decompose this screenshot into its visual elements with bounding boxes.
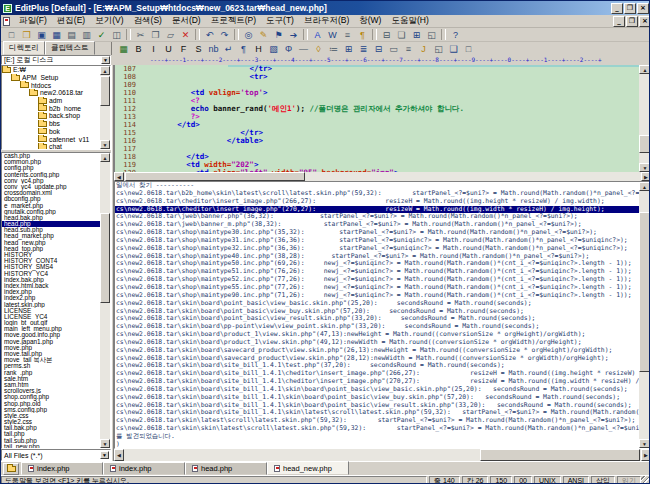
search-result-row[interactable]: cs\new2.0618.tar\shop\maintype31.inc.php… xyxy=(115,237,639,245)
search-result-row[interactable]: cs\new2.0618.tar\shop\maintype52.inc.php… xyxy=(115,276,639,284)
strike-icon[interactable]: S xyxy=(191,43,206,55)
div-icon[interactable]: ❑ xyxy=(446,43,461,55)
open-file-icon[interactable]: ❒ xyxy=(19,29,34,41)
spell-check-icon[interactable]: ✓ xyxy=(94,29,109,41)
editor-line[interactable]: 117 xyxy=(115,145,639,153)
drive-select[interactable]: [E:] 로컬 디스크 ▼ xyxy=(1,55,111,65)
search-result-row[interactable]: cs\new2.0618.tar\shop\maintype32.inc.php… xyxy=(115,245,639,253)
form-icon[interactable]: ◱ xyxy=(431,43,446,55)
comment-icon[interactable]: ◊ xyxy=(311,43,326,55)
editor-hscrollbar[interactable]: ◀ ▶ xyxy=(114,172,650,181)
search-result-row[interactable]: cs\new2.0618.tar\b2b_home\skin\latest\sc… xyxy=(115,190,639,198)
editor-line[interactable]: 118 </td> xyxy=(115,153,639,161)
editor-line[interactable]: 113 ?> xyxy=(115,113,639,121)
search-result-row[interactable]: cs\new2.0618.tar\shop\maintype55.inc.php… xyxy=(115,284,639,292)
search-result-row[interactable]: cs\new2.0618.tar\skin\board\site_bill_1.… xyxy=(115,402,639,410)
context-help-icon[interactable]: ? xyxy=(448,29,463,41)
tree-folder-item[interactable]: new2.0618.tar xyxy=(2,89,100,97)
scroll-right-icon[interactable]: ▶ xyxy=(641,172,650,181)
new-document-icon[interactable]: □ xyxy=(4,29,19,41)
tree-folder-item[interactable]: cafennet_v11 xyxy=(2,135,100,143)
underline-icon[interactable]: U xyxy=(161,43,176,55)
tree-scrollbar[interactable]: ▲ ▼ xyxy=(100,66,110,149)
close-button[interactable]: × xyxy=(637,3,649,14)
search-result-row[interactable]: cs\new2.0618.tar\cheditor\insert_image.p… xyxy=(115,198,639,206)
scroll-up-icon[interactable]: ▲ xyxy=(100,153,110,162)
child-restore-button[interactable]: ❐ xyxy=(626,16,638,27)
table-cell-icon[interactable]: ⊟ xyxy=(371,43,386,55)
tree-folder-item[interactable]: b2b_home xyxy=(2,104,100,112)
hr-icon[interactable]: — xyxy=(296,43,311,55)
goto-line-icon[interactable]: ➔ xyxy=(286,29,301,41)
search-result-row[interactable]: cs\new2.0618.tar\skin\board\site_bill_1.… xyxy=(115,409,639,417)
tree-folder-item[interactable]: bok xyxy=(2,128,100,136)
word-wrap-icon[interactable]: W xyxy=(325,29,340,41)
font-icon[interactable]: A xyxy=(310,29,325,41)
list-icon[interactable]: ≡ xyxy=(401,43,416,55)
search-result-row[interactable]: cs\new2.0618.tar\skin\board\savecard_pro… xyxy=(115,355,639,363)
file-filter-select[interactable]: All Files (*.*) ▼ xyxy=(1,449,111,461)
tree-folder-item[interactable]: bbs xyxy=(2,120,100,128)
bookmark-icon[interactable]: ⚑ xyxy=(271,29,286,41)
output-scrollbar[interactable]: ▲ ▼ xyxy=(639,182,650,448)
tree-folder-item[interactable]: E:₩ xyxy=(2,66,100,74)
search-result-row[interactable]: cs\new2.0618.tar\shop\maintype30.inc.php… xyxy=(115,229,639,237)
document-tab[interactable]: head.php xyxy=(185,462,267,475)
chevron-down-icon[interactable]: ▼ xyxy=(100,451,109,459)
tree-folder-item[interactable]: adm xyxy=(2,97,100,105)
search-result-row[interactable]: cs\new2.0618.tar\jweb\banner.php"(36,32)… xyxy=(115,213,639,221)
search-result-row[interactable]: cs\new2.0618.tar\skin\board\product_1\vi… xyxy=(115,339,639,347)
special-chars-icon[interactable]: ¶ xyxy=(355,29,370,41)
save-icon[interactable]: ▣ xyxy=(34,29,49,41)
search-result-row[interactable]: cs\new2.0618.tar\shop\maintype90.inc.php… xyxy=(115,292,639,300)
toggle-output-icon[interactable]: ◱ xyxy=(424,29,439,41)
browser-window-icon[interactable]: ⊞ xyxy=(409,29,424,41)
nbsp-icon[interactable]: nb xyxy=(206,43,221,55)
file-manager-button[interactable] xyxy=(3,463,19,475)
anchor-icon[interactable]: Φ xyxy=(281,43,296,55)
search-result-row[interactable]: cs\new2.0618.tar\jweb\banner_m.php"(38,3… xyxy=(115,221,639,229)
editor-scrollbar[interactable]: ▲ ▼ xyxy=(639,65,650,172)
child-minimize-button[interactable]: _ xyxy=(613,16,625,27)
search-result-row[interactable]: cs\new2.0618.tar\shop\maintype50.inc.php… xyxy=(115,260,639,268)
resize-grip[interactable] xyxy=(641,476,650,484)
copy-icon[interactable]: ❐ xyxy=(148,29,163,41)
editor-line[interactable]: 108 <tr> xyxy=(115,73,639,81)
pre-icon[interactable]: ▭ xyxy=(386,43,401,55)
scroll-thumb[interactable] xyxy=(639,212,650,372)
editor-line[interactable]: 111 <? xyxy=(115,97,639,105)
line-break-icon[interactable]: ↵ xyxy=(221,43,236,55)
scroll-up-icon[interactable]: ▲ xyxy=(639,182,650,191)
font-tag-icon[interactable]: F xyxy=(176,43,191,55)
italic-icon[interactable]: I xyxy=(146,43,161,55)
editor-line[interactable]: 107 </tr> xyxy=(115,65,639,73)
print-preview-icon[interactable]: ▥ xyxy=(79,29,94,41)
sidebar-tab[interactable]: 클립텍스트 xyxy=(45,41,95,55)
search-result-row[interactable]: cs\new2.0618.tar\skin\board\point_basic\… xyxy=(115,308,639,316)
scroll-down-icon[interactable]: ▼ xyxy=(639,163,650,172)
scroll-up-icon[interactable]: ▲ xyxy=(100,66,110,75)
document-tab[interactable]: index.php xyxy=(103,462,185,475)
editor-line[interactable]: 110 <td valign='top'> xyxy=(115,89,639,97)
restore-button[interactable]: ❐ xyxy=(624,3,636,14)
output-hscrollbar[interactable]: ◀ ▶ xyxy=(114,449,650,461)
search-result-row[interactable]: cs\new2.0618.tar\shop\maintype40.inc.php… xyxy=(115,253,639,261)
browser-preview-icon[interactable]: ▦ xyxy=(116,43,131,55)
table-row-icon[interactable]: ≣ xyxy=(356,43,371,55)
scroll-right-icon[interactable]: ▶ xyxy=(641,449,650,461)
search-result-row[interactable]: cs\new2.0618.tar\skin\latest\scroll\late… xyxy=(115,417,639,425)
scroll-thumb[interactable] xyxy=(480,449,640,461)
menu-item[interactable]: 검색(S) xyxy=(129,15,167,27)
file-list-item[interactable]: tail_new.php xyxy=(2,444,100,448)
search-result-row[interactable]: 를 발견되었습니다. xyxy=(115,433,639,441)
tree-folder-item[interactable]: APM_Setup xyxy=(2,74,100,82)
code-editor[interactable]: 107 </tr> 108 <tr> 109 110 xyxy=(114,65,650,172)
search-result-row[interactable]: cs\new2.0618.tar\skin\board\point_basic\… xyxy=(115,300,639,308)
editor-line[interactable]: 114 </td> xyxy=(115,121,639,129)
print-icon[interactable]: ▤ xyxy=(64,29,79,41)
document-tab[interactable]: head_new.php xyxy=(267,461,349,475)
scroll-thumb[interactable] xyxy=(639,135,650,153)
scroll-down-icon[interactable]: ▼ xyxy=(100,439,110,448)
span-icon[interactable]: □ xyxy=(461,43,476,55)
find-icon[interactable]: ◎ xyxy=(241,29,256,41)
